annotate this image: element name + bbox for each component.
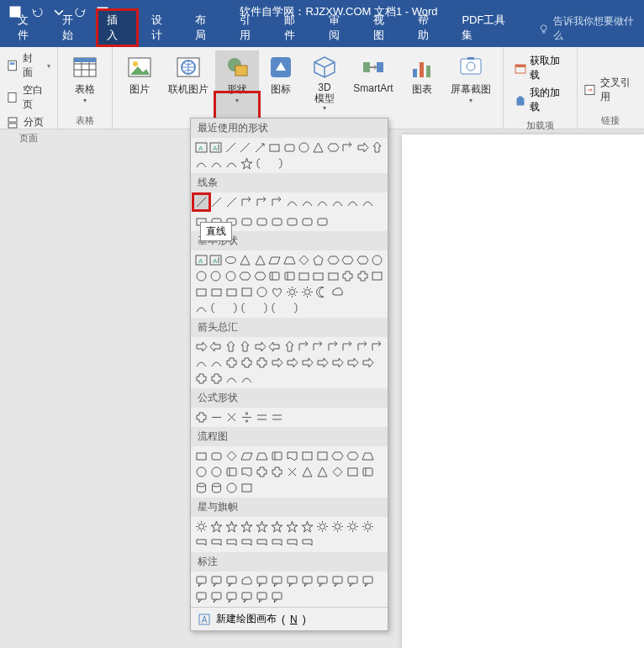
shape-star[interactable] (255, 519, 269, 534)
shape-tri[interactable] (315, 465, 330, 479)
shape-hex[interactable] (341, 253, 355, 267)
shape-banner[interactable] (285, 535, 299, 550)
shape-line[interactable] (192, 192, 211, 212)
shape-banner[interactable] (240, 535, 254, 550)
shape-elbow[interactable] (326, 340, 340, 354)
shape-curve[interactable] (224, 371, 239, 386)
shape-rarrow[interactable] (194, 340, 208, 354)
shape-sun[interactable] (315, 519, 330, 534)
shape-hex[interactable] (356, 253, 369, 267)
tab-help[interactable]: 帮助 (407, 8, 450, 47)
shape-callout[interactable] (361, 574, 375, 588)
shape-callout[interactable] (270, 590, 284, 604)
shape-rarrow[interactable] (300, 356, 314, 370)
shape-banner[interactable] (224, 535, 239, 550)
shape-star[interactable] (285, 519, 299, 534)
shape-curve[interactable] (315, 195, 330, 209)
shape-rrect[interactable] (285, 214, 299, 229)
shape-darrow[interactable] (282, 340, 296, 354)
shape-curve[interactable] (194, 301, 209, 315)
shape-minus[interactable] (209, 410, 224, 424)
shape-star[interactable] (240, 519, 254, 534)
shape-elbow[interactable] (240, 195, 254, 209)
shape-banner[interactable] (300, 535, 314, 550)
pictures-button[interactable]: 图片 (118, 50, 161, 127)
shape-curve[interactable] (224, 156, 239, 171)
chart-button[interactable]: 图表 (400, 50, 444, 127)
shape-sun[interactable] (194, 519, 209, 534)
shape-elbow[interactable] (356, 340, 369, 354)
shape-callout[interactable] (240, 590, 254, 604)
shape-moon[interactable] (315, 285, 330, 299)
shape-can[interactable] (267, 269, 281, 283)
shape-generic[interactable] (240, 285, 254, 299)
shape-circ[interactable] (371, 253, 384, 267)
shape-curve[interactable] (194, 156, 209, 171)
shape-textboxv[interactable]: A (209, 253, 222, 267)
tab-layout[interactable]: 布局 (184, 8, 227, 47)
shape-callout[interactable] (330, 574, 345, 588)
shape-star[interactable] (224, 519, 239, 534)
shape-callout[interactable] (255, 574, 269, 588)
shape-circ[interactable] (297, 140, 310, 155)
shape-plus[interactable] (255, 465, 269, 479)
screenshot-button[interactable]: 屏幕截图▾ (444, 50, 498, 127)
shape-curve[interactable] (209, 356, 224, 370)
shape-tri[interactable] (312, 140, 325, 155)
shape-callout[interactable] (194, 574, 209, 588)
shape-arrow[interactable] (253, 140, 267, 155)
shape-rarrow[interactable] (330, 356, 345, 370)
shape-doc[interactable] (285, 449, 299, 463)
shape-trapez[interactable] (282, 253, 296, 267)
shape-generic[interactable] (346, 465, 360, 479)
shape-brace2[interactable] (224, 301, 239, 315)
shape-rrect[interactable] (300, 214, 314, 229)
shape-brace[interactable] (270, 301, 284, 315)
shape-circ[interactable] (224, 481, 239, 495)
shape-sun[interactable] (361, 519, 375, 534)
shape-callout[interactable] (209, 574, 224, 588)
shape-textbox[interactable]: A (194, 253, 208, 267)
tell-me-search[interactable]: 告诉我你想要做什么 (534, 10, 644, 47)
cover-page-button[interactable]: 封面▾ (5, 50, 52, 81)
shape-hex[interactable] (326, 253, 340, 267)
shape-sun[interactable] (300, 285, 314, 299)
shape-diamond[interactable] (297, 253, 310, 267)
shape-line[interactable] (224, 140, 237, 155)
shape-cylinder[interactable] (209, 481, 224, 495)
shape-larrow[interactable] (209, 340, 222, 354)
shape-div[interactable] (240, 410, 254, 424)
shape-rarrow[interactable] (361, 356, 375, 370)
shape-callout[interactable] (224, 590, 239, 604)
shape-tri[interactable] (238, 253, 251, 267)
tab-references[interactable]: 引用 (229, 8, 272, 47)
shape-brace[interactable] (255, 156, 269, 171)
tab-mailings[interactable]: 邮件 (273, 8, 316, 47)
shape-rarrow[interactable] (346, 356, 360, 370)
shape-elbow[interactable] (312, 340, 325, 354)
shape-hex[interactable] (346, 449, 360, 463)
shape-callout[interactable] (255, 590, 269, 604)
blank-page-button[interactable]: 空白页 (5, 82, 52, 113)
shape-eq[interactable] (270, 410, 284, 424)
shape-elbow[interactable] (255, 195, 269, 209)
shape-callout[interactable] (346, 574, 360, 588)
shape-rarrow[interactable] (285, 356, 299, 370)
table-button[interactable]: 表格▾ (63, 50, 107, 113)
shape-can[interactable] (361, 465, 375, 479)
shape-rect[interactable] (224, 285, 239, 299)
shape-hex[interactable] (330, 449, 345, 463)
shape-callout[interactable] (315, 574, 330, 588)
shape-star[interactable] (209, 519, 224, 534)
shape-rarrow[interactable] (270, 356, 284, 370)
shape-tri[interactable] (253, 253, 267, 267)
shape-plus[interactable] (356, 269, 369, 283)
shape-generic[interactable] (240, 481, 254, 495)
shape-diamond[interactable] (330, 465, 345, 479)
shape-circ[interactable] (194, 465, 209, 479)
tab-file[interactable]: 文件 (7, 8, 50, 47)
shape-curve[interactable] (330, 195, 345, 209)
shape-cylinder[interactable] (194, 481, 209, 495)
my-addins-button[interactable]: 我的加载 (514, 86, 567, 114)
shape-rect[interactable] (312, 269, 325, 283)
